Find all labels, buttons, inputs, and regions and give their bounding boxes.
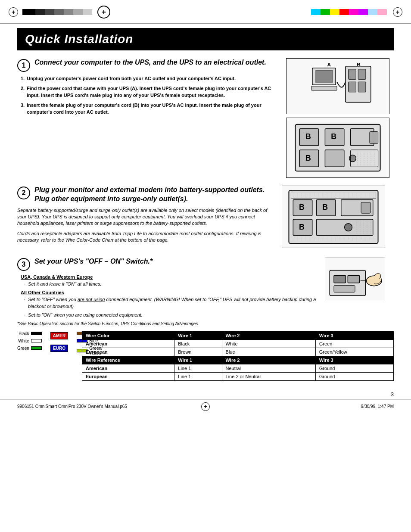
- svg-rect-56: [361, 202, 371, 213]
- step-2-title: Plug your monitor and external modem int…: [34, 186, 275, 204]
- wire-table-header-1: Wire Color: [82, 331, 174, 339]
- step-2-circle: 2: [17, 187, 30, 199]
- step-1-header: 1 Connect your computer to the UPS, and …: [17, 58, 275, 72]
- svg-rect-3: [316, 71, 333, 83]
- reg-mark-right: +: [393, 7, 402, 17]
- section-1-left: 1 Connect your computer to the UPS, and …: [17, 58, 282, 178]
- page-title: Quick Installation: [25, 32, 386, 46]
- wire-table-header-row-2: Wire Reference Wire 1 Wire 2 Wire 3: [82, 356, 394, 364]
- svg-rect-88: [348, 275, 359, 283]
- step-1-circle: 1: [17, 59, 30, 72]
- wire-table: Wire Color Wire 1 Wire 2 Wire 3 American…: [82, 331, 394, 381]
- usa-bullet-1: Set it and leave it "ON" at all times.: [24, 281, 318, 287]
- svg-text:A: A: [327, 62, 331, 68]
- euro-label: EURO: [50, 345, 68, 352]
- footer-timestamp: 9/30/99, 1:47 PM: [361, 404, 394, 409]
- svg-text:B: B: [305, 154, 311, 162]
- wire-color-diagram: Black White Green AMER EURO: [17, 331, 73, 355]
- wire-white-swatch: [31, 339, 42, 342]
- section-2-right: B B B: [282, 186, 394, 249]
- wire-green-swatch: [31, 346, 42, 350]
- header: + + +: [0, 0, 411, 24]
- usa-title: USA, Canada & Western Europe: [21, 274, 318, 280]
- section-3-left: 3 Set your UPS's "OFF – ON" Switch.* USA…: [17, 257, 325, 326]
- main-content: Quick Installation 1 Connect your comput…: [0, 24, 411, 389]
- wire-black-label: Black: [19, 331, 29, 336]
- step-3-title: Set your UPS's "OFF – ON" Switch.*: [34, 257, 153, 266]
- wire-table-row-4: European Line 1 Line 2 or Neutral Ground: [82, 372, 394, 380]
- wire-table-row-3: American Line 1 Neutral Ground: [82, 364, 394, 372]
- footer-left: 9906151 OmniSmart OmniPro 230V Owner's M…: [17, 404, 193, 409]
- svg-text:B: B: [331, 132, 336, 141]
- switch-diagram: [325, 257, 385, 300]
- svg-rect-19: [325, 150, 344, 167]
- title-banner: Quick Installation: [17, 28, 394, 50]
- reg-mark-left: +: [9, 7, 18, 17]
- svg-text:B: B: [305, 132, 311, 141]
- section-2: 2 Plug your monitor and external modem i…: [17, 186, 394, 249]
- ups-diagram-1: A B: [286, 58, 389, 114]
- footer-center: +: [193, 402, 218, 411]
- step-1-instructions: 1. Unplug your computer's power cord fro…: [17, 75, 275, 115]
- other-bullets: Set to "OFF" when you are not using conn…: [21, 296, 318, 318]
- other-bullet-1: Set to "OFF" when you are not using conn…: [24, 296, 318, 310]
- svg-text:B: B: [299, 223, 305, 231]
- footer: 9906151 OmniSmart OmniPro 230V Owner's M…: [0, 399, 411, 414]
- wire-black-swatch: [31, 332, 42, 335]
- svg-rect-7: [358, 69, 366, 80]
- wire-table-row-1: American Black White Green: [82, 339, 394, 348]
- section-3: 3 Set your UPS's "OFF – ON" Switch.* USA…: [17, 257, 394, 326]
- wire-white-label: White: [18, 339, 29, 343]
- footer-right: 9/30/99, 1:47 PM: [218, 404, 394, 409]
- ups-diagram-2: B B B: [286, 118, 389, 178]
- left-color-strip: [22, 9, 92, 15]
- svg-text:B: B: [299, 203, 305, 212]
- svg-rect-8: [349, 82, 356, 92]
- svg-rect-16: [370, 132, 378, 144]
- step-3-circle: 3: [17, 258, 30, 271]
- instruction-3: 3. Insert the female plug of your comput…: [21, 102, 275, 115]
- reg-mark-center: +: [97, 6, 110, 19]
- page-number: 3: [0, 391, 411, 398]
- svg-point-20: [349, 155, 356, 162]
- amer-label: AMER: [50, 332, 68, 339]
- section-1-right: A B: [282, 58, 394, 178]
- footer-filename: 9906151 OmniSmart OmniPro 230V Owner's M…: [17, 404, 127, 409]
- subsection-usa: USA, Canada & Western Europe Set it and …: [21, 274, 318, 287]
- wire-table-header-3: Wire 2: [222, 331, 315, 339]
- ups-diagram-3: B B B: [282, 186, 385, 248]
- instruction-1: 1. Unplug your computer's power cord fro…: [21, 75, 275, 82]
- section-2-note-1: Separate battery-supported/surge and sur…: [17, 207, 275, 227]
- usa-bullets: Set it and leave it "ON" at all times.: [21, 281, 318, 287]
- wire-table-header-4: Wire 3: [315, 331, 393, 339]
- svg-rect-9: [358, 82, 366, 92]
- right-color-strip: [311, 9, 387, 15]
- wire-table-row-2: European Brown Blue Green/Yellow: [82, 348, 394, 356]
- wire-green-label: Green: [17, 346, 29, 351]
- svg-rect-6: [349, 69, 356, 80]
- step-3-footnote: *See Basic Operation section for the Swi…: [17, 321, 318, 326]
- other-bullet-2: Set to "ON" when you are using connected…: [24, 312, 318, 318]
- svg-rect-4: [311, 86, 337, 90]
- section-3-right: [325, 257, 394, 326]
- svg-rect-87: [334, 275, 346, 283]
- section-2-note-2: Cords and receptacle adapters are availa…: [17, 230, 275, 244]
- other-title: All Other Countries: [21, 290, 318, 295]
- step-2-header: 2 Plug your monitor and external modem i…: [17, 186, 275, 204]
- svg-text:B: B: [322, 203, 328, 212]
- section-2-left: 2 Plug your monitor and external modem i…: [17, 186, 282, 249]
- subsection-other: All Other Countries Set to "OFF" when yo…: [21, 290, 318, 318]
- instruction-2: 2. Find the power cord that came with yo…: [21, 85, 275, 99]
- wire-table-header-2: Wire 1: [174, 331, 222, 339]
- wire-section: Black White Green AMER EURO: [17, 331, 394, 381]
- step-3-header: 3 Set your UPS's "OFF – ON" Switch.*: [17, 257, 318, 271]
- step-1-title: Connect your computer to the UPS, and th…: [34, 58, 266, 67]
- section-1: 1 Connect your computer to the UPS, and …: [17, 58, 394, 178]
- svg-rect-89: [334, 286, 355, 292]
- footer-reg-mark: +: [201, 402, 210, 411]
- svg-point-60: [345, 224, 352, 231]
